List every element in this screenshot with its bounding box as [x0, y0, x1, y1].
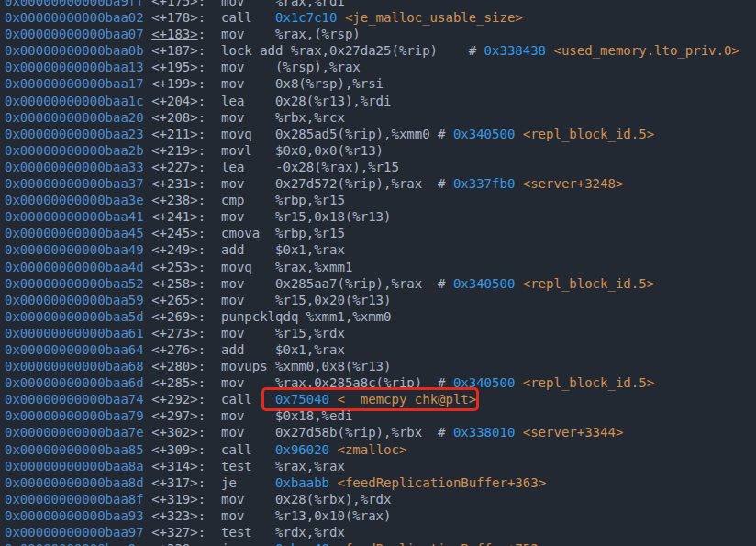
column-spacer	[144, 27, 151, 41]
operand-address-link[interactable]: 0x1c7c10	[275, 10, 337, 25]
column-spacer	[144, 293, 151, 307]
asm-line: 0x00000000000baa59 <+265>: mov %r15,0x20…	[5, 292, 739, 308]
asm-line: 0x00000000000baa61 <+273>: mov %r15,%rdx	[5, 325, 739, 341]
instruction-text: movq 0x285ad5(%rip),%xmm0 #	[206, 127, 453, 141]
offset-separator: :	[198, 541, 206, 546]
instruction-address: 0x00000000000baa97	[5, 525, 144, 540]
offset-separator: :	[198, 309, 206, 324]
operand-address-link[interactable]: 0xbac40	[275, 541, 329, 546]
symbol-name: <repl_block_id.5>	[523, 375, 654, 390]
offset-separator: :	[198, 242, 206, 257]
instruction-offset[interactable]: <+183>	[151, 27, 198, 41]
offset-separator: :	[198, 27, 206, 41]
instruction-address: 0x00000000000baa68	[5, 359, 144, 373]
instruction-text: mov %rax,(%rsp)	[206, 27, 361, 41]
offset-separator: :	[198, 94, 206, 108]
instruction-text: punpcklqdq %xmm1,%xmm0	[206, 309, 391, 324]
instruction-address: 0x00000000000baa5d	[5, 309, 144, 324]
instruction-offset: <+175>	[151, 0, 198, 8]
instruction-text	[515, 127, 522, 141]
instruction-text: mov %r15,0x20(%r13)	[206, 293, 391, 307]
instruction-offset: <+199>	[151, 76, 198, 91]
instruction-offset: <+238>	[151, 193, 198, 207]
instruction-address: 0x00000000000baa3e	[5, 193, 144, 207]
instruction-offset: <+187>	[151, 43, 198, 58]
instruction-text: jne	[206, 541, 275, 546]
instruction-text: lock add %rax,0x27da25(%rip) #	[206, 43, 484, 58]
offset-separator: :	[198, 326, 206, 340]
asm-line: 0x00000000000baa74 <+292>: call 0x75040 …	[5, 391, 739, 407]
offset-separator: :	[198, 127, 206, 141]
asm-line: 0x00000000000baa97 <+327>: test %rdx,%rd…	[5, 524, 739, 540]
asm-line: 0x00000000000baa93 <+323>: mov %r13,0x10…	[5, 507, 739, 524]
instruction-text: cmp %rbp,%r15	[206, 193, 345, 207]
instruction-text: mov %rax,0x285a8c(%rip) #	[206, 375, 453, 390]
offset-separator: :	[198, 110, 206, 125]
instruction-text: mov 0x28(%rbx),%rdx	[206, 492, 391, 507]
operand-address-link[interactable]: 0x340500	[453, 375, 515, 390]
symbol-name: <feedReplicationBuffer+363>	[337, 475, 546, 490]
instruction-offset: <+285>	[151, 375, 198, 390]
symbol-name: <__memcpy_chk@plt>	[337, 392, 476, 407]
instruction-offset: <+319>	[151, 492, 198, 507]
column-spacer	[144, 76, 151, 91]
offset-separator: :	[198, 342, 206, 357]
asm-line: 0x00000000000baa17 <+199>: mov 0x8(%rsp)…	[5, 75, 739, 92]
instruction-address: 0x00000000000baa20	[5, 110, 144, 125]
offset-separator: :	[198, 293, 206, 307]
offset-separator: :	[198, 10, 206, 25]
offset-separator: :	[198, 459, 206, 474]
instruction-address: 0x00000000000baa17	[5, 76, 144, 91]
asm-line: 0x00000000000baa3e <+238>: cmp %rbp,%r15	[5, 192, 739, 208]
instruction-text: test %rax,%rax	[206, 459, 345, 474]
instruction-text: mov 0x27d58b(%rip),%rbx #	[206, 425, 453, 440]
column-spacer	[144, 242, 151, 257]
asm-line: 0x00000000000baa7e <+302>: mov 0x27d58b(…	[5, 424, 739, 440]
operand-address-link[interactable]: 0x340500	[453, 127, 515, 141]
offset-separator: :	[198, 276, 206, 291]
asm-line: 0x00000000000baa52 <+258>: mov 0x285aa7(…	[5, 275, 739, 292]
instruction-text: add $0x1,%rax	[206, 342, 345, 357]
instruction-text: mov $0x18,%edi	[206, 408, 352, 423]
instruction-text: mov %rbx,%rcx	[206, 110, 345, 125]
column-spacer	[144, 160, 151, 174]
instruction-offset: <+265>	[151, 293, 198, 307]
instruction-text: mov %r15,0x18(%r13)	[206, 209, 391, 224]
column-spacer	[144, 541, 151, 546]
asm-line: 0x00000000000baa4d <+253>: movq %rax,%xm…	[5, 259, 739, 275]
instruction-text: mov %r15,%rdx	[206, 326, 345, 340]
offset-separator: :	[198, 76, 206, 91]
asm-line: 0x00000000000baa85 <+309>: call 0x96020 …	[5, 441, 739, 458]
operand-address-link[interactable]: 0x75040	[275, 392, 329, 407]
offset-separator: :	[198, 209, 206, 224]
instruction-text: je	[206, 475, 275, 490]
column-spacer	[144, 475, 151, 490]
instruction-offset: <+276>	[151, 342, 198, 357]
operand-address-link[interactable]: 0x340500	[453, 276, 515, 291]
instruction-address: 0x00000000000baa45	[5, 226, 144, 240]
instruction-address: 0x00000000000baa07	[5, 27, 144, 41]
offset-separator: :	[198, 43, 206, 58]
asm-line: 0x00000000000baa1c <+204>: lea 0x28(%r13…	[5, 93, 739, 109]
operand-address-link[interactable]: 0x96020	[275, 442, 329, 457]
column-spacer	[144, 226, 151, 240]
column-spacer	[144, 10, 151, 25]
instruction-address: 0x00000000000baa6d	[5, 375, 144, 390]
asm-line: 0x00000000000baa0b <+187>: lock add %rax…	[5, 42, 739, 59]
instruction-address: 0x00000000000baa64	[5, 342, 144, 357]
column-spacer	[144, 94, 151, 108]
operand-address-link[interactable]: 0x337fb0	[453, 176, 515, 191]
instruction-address: 0x00000000000baa02	[5, 10, 144, 25]
operand-address-link[interactable]: 0xbaabb	[275, 475, 329, 490]
instruction-offset: <+317>	[151, 475, 198, 490]
instruction-text: mov %rax,%rdi	[206, 0, 345, 8]
column-spacer	[144, 525, 151, 540]
column-spacer	[144, 342, 151, 357]
operand-address-link[interactable]: 0x338010	[453, 425, 515, 440]
offset-separator: :	[198, 359, 206, 373]
offset-separator: :	[198, 408, 206, 423]
operand-address-link[interactable]: 0x338438	[484, 43, 546, 58]
instruction-text: movups %xmm0,0x8(%r13)	[206, 359, 391, 373]
offset-separator: :	[198, 375, 206, 390]
instruction-address: 0x00000000000baa74	[5, 392, 144, 407]
